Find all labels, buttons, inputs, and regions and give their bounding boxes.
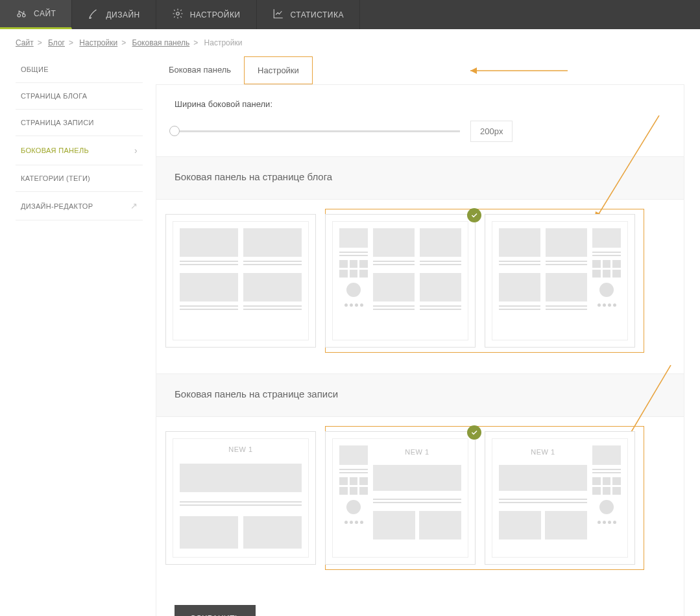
sidemenu-post-page[interactable]: СТРАНИЦА ЗАПИСИ	[16, 110, 143, 136]
slider-handle[interactable]	[169, 126, 180, 136]
nav-label: ДИЗАЙН	[106, 10, 139, 19]
sidemenu-sidebar[interactable]: БОКОВАЯ ПАНЕЛЬ›	[16, 136, 143, 165]
new-label: NEW 1	[499, 445, 587, 461]
post-layout-options: NEW 1	[156, 417, 684, 591]
tab-settings[interactable]: Настройки	[244, 56, 313, 84]
sidemenu-general[interactable]: ОБЩИЕ	[16, 56, 143, 83]
nav-design[interactable]: ДИЗАЙН	[72, 0, 156, 29]
layout-option-right[interactable]: NEW 1	[485, 431, 635, 565]
breadcrumb-current: Настройки	[204, 38, 243, 47]
sidemenu-categories[interactable]: КАТЕГОРИИ (ТЕГИ)	[16, 165, 143, 192]
sidemenu-blog-page[interactable]: СТРАНИЦА БЛОГА	[16, 83, 143, 110]
tabs: Боковая панель Настройки	[156, 56, 684, 85]
settings-panel: Ширина боковой панели: 200px Боковая пан…	[156, 85, 684, 616]
breadcrumb-link[interactable]: Настройки	[79, 38, 117, 47]
save-section: СОХРАНИТЬ	[156, 591, 684, 616]
save-button[interactable]: СОХРАНИТЬ	[175, 605, 256, 616]
breadcrumb-link[interactable]: Боковая панель	[132, 38, 190, 47]
external-icon: ↗	[130, 201, 138, 211]
blog-layout-options	[156, 200, 684, 373]
post-section-header: Боковая панель на странице записи	[156, 373, 684, 417]
nav-label: САЙТ	[34, 9, 56, 18]
blog-section-header: Боковая панель на странице блога	[156, 156, 684, 200]
sidemenu-label: ОБЩИЕ	[21, 65, 49, 73]
chart-icon	[272, 8, 284, 21]
width-slider[interactable]	[175, 130, 460, 132]
svg-point-1	[23, 14, 26, 17]
nav-label: НАСТРОЙКИ	[190, 10, 241, 19]
sidemenu-label: КАТЕГОРИИ (ТЕГИ)	[21, 174, 90, 182]
svg-point-2	[176, 12, 179, 16]
slider-label: Ширина боковой панели:	[175, 99, 666, 109]
content-area: Боковая панель Настройки Ширина боковой …	[156, 56, 684, 616]
section-title: Боковая панель на странице блога	[175, 171, 666, 182]
new-label: NEW 1	[373, 445, 461, 461]
gear-icon	[172, 8, 184, 21]
slider-value-input[interactable]: 200px	[470, 121, 513, 142]
svg-point-0	[18, 14, 21, 17]
svg-marker-4	[470, 67, 477, 74]
breadcrumb: Сайт> Блог> Настройки> Боковая панель> Н…	[0, 29, 700, 56]
width-section: Ширина боковой панели: 200px	[156, 85, 684, 156]
sidemenu-label: ДИЗАЙН-РЕДАКТОР	[21, 202, 93, 210]
check-icon	[467, 425, 481, 440]
chevron-right-icon: ›	[134, 145, 138, 156]
new-label: NEW 1	[180, 443, 302, 458]
layout-option-left[interactable]: NEW 1	[325, 431, 476, 565]
nav-label: СТАТИСТИКА	[291, 10, 344, 19]
site-icon	[16, 7, 27, 21]
nav-stats[interactable]: СТАТИСТИКА	[257, 0, 360, 29]
breadcrumb-link[interactable]: Сайт	[16, 38, 34, 47]
section-title: Боковая панель на странице записи	[175, 388, 666, 399]
check-icon	[467, 208, 481, 222]
tab-sidebar[interactable]: Боковая панель	[156, 56, 244, 84]
annotation-arrow-icon	[470, 67, 574, 75]
sidemenu-label: БОКОВАЯ ПАНЕЛЬ	[21, 147, 89, 154]
nav-site[interactable]: САЙТ	[0, 0, 72, 29]
layout-option-none[interactable]: NEW 1	[165, 431, 316, 565]
layout-option-right[interactable]	[485, 214, 635, 348]
sidemenu-design-editor[interactable]: ДИЗАЙН-РЕДАКТОР↗	[16, 192, 143, 220]
layout-option-none[interactable]	[165, 214, 316, 348]
layout-option-left[interactable]	[325, 214, 476, 348]
top-nav: САЙТ ДИЗАЙН НАСТРОЙКИ СТАТИСТИКА	[0, 0, 700, 29]
sidemenu-label: СТРАНИЦА БЛОГА	[21, 92, 87, 100]
side-menu: ОБЩИЕ СТРАНИЦА БЛОГА СТРАНИЦА ЗАПИСИ БОК…	[16, 56, 143, 616]
breadcrumb-link[interactable]: Блог	[48, 38, 65, 47]
brush-icon	[88, 8, 99, 21]
sidemenu-label: СТРАНИЦА ЗАПИСИ	[21, 119, 94, 126]
nav-settings[interactable]: НАСТРОЙКИ	[156, 0, 257, 29]
